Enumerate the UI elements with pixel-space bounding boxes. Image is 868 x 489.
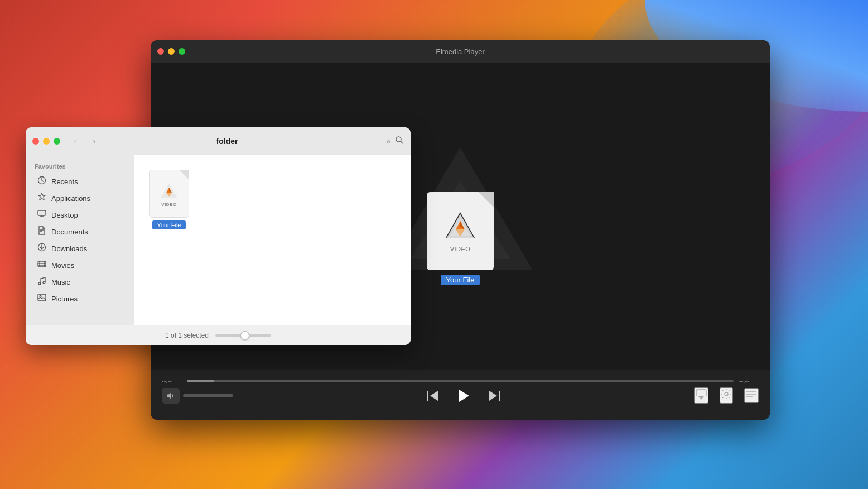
sidebar-label-pictures: Pictures xyxy=(51,295,123,303)
movies-icon xyxy=(37,260,47,271)
svg-point-33 xyxy=(40,296,41,298)
svg-marker-12 xyxy=(459,390,469,402)
player-file-name-badge: Your File xyxy=(441,275,480,285)
finder-maximize-button[interactable] xyxy=(54,138,60,145)
play-button[interactable] xyxy=(456,388,471,404)
finder-body: Favourites Recents Applications xyxy=(26,155,411,325)
controls-row xyxy=(162,387,759,409)
svg-rect-10 xyxy=(427,391,428,401)
icon-size-slider[interactable] xyxy=(215,334,271,337)
svg-point-20 xyxy=(396,137,401,142)
next-button[interactable] xyxy=(488,390,501,402)
time-start: --:-- xyxy=(162,377,181,384)
player-window-controls xyxy=(157,48,185,55)
player-controls: --:-- --:-- xyxy=(151,370,770,420)
documents-icon xyxy=(37,226,47,237)
next-icon xyxy=(488,390,501,402)
player-close-button[interactable] xyxy=(157,48,164,55)
sidebar-label-recents: Recents xyxy=(51,178,123,186)
sidebar-item-applications[interactable]: Applications xyxy=(28,190,132,207)
svg-rect-23 xyxy=(38,210,46,215)
player-maximize-button[interactable] xyxy=(179,48,185,55)
progress-fill xyxy=(187,380,214,382)
sidebar-label-music: Music xyxy=(51,278,123,286)
airplay-button[interactable] xyxy=(694,387,708,404)
sidebar-label-downloads: Downloads xyxy=(51,244,123,253)
player-minimize-button[interactable] xyxy=(168,48,175,55)
volume-icon xyxy=(166,392,175,400)
sidebar-item-music[interactable]: Music xyxy=(28,274,132,290)
gear-icon xyxy=(721,389,732,400)
finder-folder-title: folder xyxy=(73,137,382,146)
finder-sidebar: Favourites Recents Applications xyxy=(26,155,134,325)
volume-button[interactable] xyxy=(162,388,180,404)
volume-slider[interactable] xyxy=(183,394,233,397)
player-file-type-label: VIDEO xyxy=(450,246,471,252)
file-corner-fold-small xyxy=(180,170,189,179)
svg-marker-15 xyxy=(698,396,704,400)
svg-rect-25 xyxy=(38,261,46,267)
progress-row: --:-- --:-- xyxy=(162,370,759,387)
applications-icon xyxy=(37,193,47,204)
playlist-button[interactable] xyxy=(744,388,759,403)
finder-window-controls xyxy=(32,138,60,145)
time-end: --:-- xyxy=(739,377,759,384)
elmedia-logo-small xyxy=(159,181,179,201)
finder-file-icon: VIDEO xyxy=(149,170,189,218)
slider-thumb xyxy=(240,331,249,340)
svg-line-21 xyxy=(401,141,403,143)
playlist-icon xyxy=(745,389,758,399)
slider-track xyxy=(215,334,271,337)
finder-titlebar: ‹ › folder » xyxy=(26,127,411,155)
sidebar-label-movies: Movies xyxy=(51,261,123,270)
sidebar-label-applications: Applications xyxy=(51,194,123,203)
sidebar-label-desktop: Desktop xyxy=(51,211,123,219)
finder-file-name-badge: Your File xyxy=(152,220,185,229)
finder-files-area: VIDEO Your File xyxy=(134,155,411,325)
sidebar-item-desktop[interactable]: Desktop xyxy=(28,207,132,223)
airplay-icon xyxy=(695,389,707,400)
svg-point-30 xyxy=(38,282,41,285)
svg-marker-14 xyxy=(489,391,497,401)
finder-file-type-label: VIDEO xyxy=(161,202,176,207)
previous-icon xyxy=(426,390,439,402)
previous-button[interactable] xyxy=(426,390,439,402)
music-icon xyxy=(37,276,47,287)
sidebar-item-movies[interactable]: Movies xyxy=(28,257,132,274)
sidebar-item-documents[interactable]: Documents xyxy=(28,223,132,240)
sidebar-section-title: Favourites xyxy=(26,163,134,173)
downloads-icon xyxy=(37,243,47,254)
svg-rect-32 xyxy=(38,294,46,301)
finder-statusbar: 1 of 1 selected xyxy=(26,325,411,345)
sidebar-item-recents[interactable]: Recents xyxy=(28,173,132,190)
player-title: Elmedia Player xyxy=(436,47,484,56)
svg-point-31 xyxy=(43,281,45,284)
play-icon xyxy=(456,388,471,404)
sidebar-label-documents: Documents xyxy=(51,228,123,236)
right-controls xyxy=(694,387,759,404)
progress-bar[interactable] xyxy=(187,380,734,382)
settings-button[interactable] xyxy=(720,387,733,404)
player-file-icon-container: VIDEO xyxy=(427,192,494,270)
finder-more-button[interactable]: » xyxy=(386,137,390,146)
search-icon xyxy=(395,136,404,145)
svg-point-16 xyxy=(725,392,728,396)
statusbar-text: 1 of 1 selected xyxy=(165,332,209,339)
svg-rect-13 xyxy=(499,391,500,401)
finder-file-item[interactable]: VIDEO Your File xyxy=(146,166,192,233)
sidebar-item-pictures[interactable]: Pictures xyxy=(28,290,132,307)
svg-marker-11 xyxy=(430,391,438,401)
player-titlebar: Elmedia Player xyxy=(151,40,770,63)
finder-close-button[interactable] xyxy=(32,138,39,145)
finder-minimize-button[interactable] xyxy=(43,138,50,145)
desktop-icon xyxy=(37,209,47,220)
player-file-icon: VIDEO Your File xyxy=(427,159,494,285)
volume-group xyxy=(162,388,233,404)
recents-icon xyxy=(37,176,47,187)
elmedia-logo-large xyxy=(443,210,477,243)
finder-window: ‹ › folder » Favourites Recents xyxy=(26,127,411,345)
finder-search-button[interactable] xyxy=(395,136,404,147)
center-controls xyxy=(426,388,501,404)
sidebar-item-downloads[interactable]: Downloads xyxy=(28,240,132,257)
file-corner-fold xyxy=(478,192,494,208)
